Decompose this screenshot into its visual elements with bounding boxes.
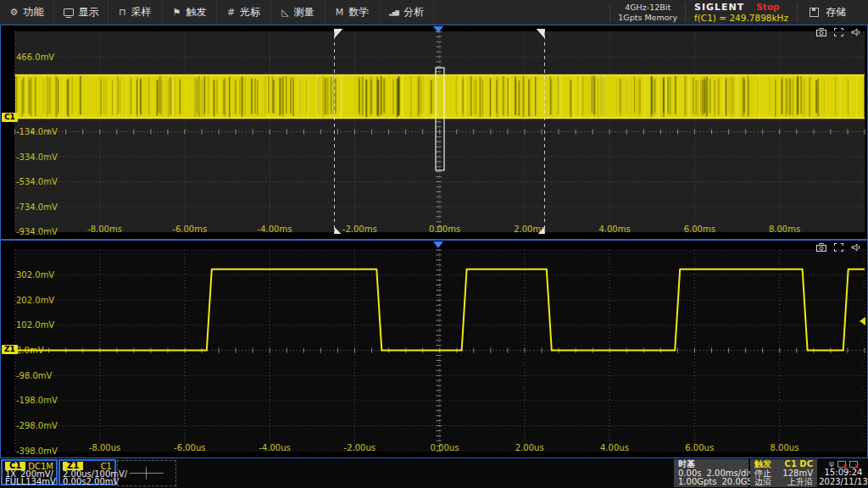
connectivity-icons: ψ: [829, 460, 858, 468]
x-axis-label: -2.00ms: [342, 225, 377, 234]
cursor-icon: #: [227, 8, 235, 17]
y-axis-label: -98.0mV: [16, 371, 53, 380]
trigger-source: C1 DC: [785, 460, 813, 469]
trigger-type: 边沿: [754, 478, 771, 486]
y-axis-label: -534.0mV: [16, 177, 58, 186]
trigger-title: 触发: [754, 460, 771, 469]
menu-item-function[interactable]: ⚙功能: [0, 0, 54, 25]
y-axis-label: -198.0mV: [16, 396, 58, 405]
run-state-badge[interactable]: Stop: [756, 2, 779, 13]
zoom-window-toolbar: [816, 243, 860, 252]
x-axis-label: 0.00ms: [429, 225, 460, 234]
x-axis-label: 6.00us: [685, 443, 714, 452]
menu-item-analysis[interactable]: ▂▅▇分析: [380, 0, 434, 25]
expand-icon[interactable]: [834, 28, 843, 36]
usb-icon: ψ: [829, 460, 834, 468]
trigger-position-marker[interactable]: [433, 26, 443, 33]
x-axis-label: -4.00us: [259, 443, 290, 452]
speaker-icon[interactable]: [851, 28, 860, 36]
channel-c1-box[interactable]: C1 DC1M 1X 200mV/ FULL 134mV: [1, 459, 58, 485]
x-axis-label: 2.00us: [515, 443, 544, 452]
y-axis-label: -734.0mV: [16, 202, 58, 212]
x-axis-label: -8.00ms: [87, 225, 122, 234]
c1-ground-marker[interactable]: C1: [2, 113, 18, 122]
plus-icon: [130, 473, 164, 474]
x-axis-label: 6.00ms: [684, 225, 715, 234]
menu-item-cursors[interactable]: #光标: [217, 0, 271, 25]
menu-item-display[interactable]: 显示: [54, 0, 108, 25]
c1-noise-band-trace: [15, 75, 865, 119]
y-axis-label: -934.0mV: [16, 227, 58, 236]
menu-item-trigger[interactable]: ⚑触发: [163, 0, 217, 25]
camera-icon[interactable]: [816, 28, 826, 36]
menu-item-math[interactable]: M数学: [326, 0, 380, 25]
menu-item-measure[interactable]: ◺测量: [271, 0, 326, 25]
x-axis-label: 8.00us: [771, 443, 799, 452]
y-axis-label: -398.0mV: [16, 446, 58, 456]
menu-item-acquire[interactable]: ⊓采样: [108, 0, 163, 25]
disk-icon: [810, 8, 819, 17]
menu-item-label: 数学: [348, 5, 369, 19]
x-axis-label: 0.00us: [431, 443, 459, 452]
x-axis-label: -8.00us: [89, 443, 120, 452]
math-icon: M: [336, 8, 344, 17]
menu-bar: ⚙功能显示⊓采样⚑触发#光标◺测量M数学▂▅▇分析 4GHz-12Bit 1Gp…: [0, 0, 868, 25]
system-info-line1: 4GHz-12Bit: [618, 3, 677, 13]
zoom-grid-canvas: 302.0mV202.0mV102.0mV2.0mV-98.0mV-198.0m…: [1, 241, 865, 456]
lan-disconnected-icon: [849, 461, 858, 468]
timebase-scale: 2.00ms/div: [706, 469, 754, 478]
timebase-points: 1.00Gpts: [678, 478, 717, 486]
camera-icon[interactable]: [816, 243, 826, 252]
trigger-level: 128mV: [782, 469, 813, 478]
zoom-trigger-position-marker[interactable]: [433, 241, 443, 248]
add-channel-placeholder[interactable]: [117, 460, 176, 486]
main-waveform-window[interactable]: 466.0mV-134.0mV-334.0mV-534.0mV-734.0mV-…: [0, 25, 868, 240]
menu-item-label: 功能: [23, 5, 43, 19]
clock-panel[interactable]: ψ 15:09:24 2023/11/13: [819, 459, 868, 487]
frequency-readout: f(C1) = 249.7898kHz: [694, 13, 788, 24]
plus-icon: [146, 467, 147, 480]
timebase-panel[interactable]: 时基 0.00s 2.00ms/div 1.00Gpts 20.0GSa/s: [674, 459, 748, 487]
storage-button[interactable]: 存储: [798, 0, 868, 25]
x-axis-label: -2.00us: [344, 443, 376, 452]
storage-label: 存储: [826, 5, 846, 19]
zoom-waveform-window[interactable]: 302.0mV202.0mV102.0mV2.0mV-98.0mV-198.0m…: [0, 240, 868, 458]
y-axis-label: -298.0mV: [16, 421, 58, 430]
clock-time: 15:09:24: [825, 469, 863, 477]
sample-icon: ⊓: [119, 8, 126, 17]
x-axis-label: 8.00ms: [769, 225, 800, 234]
brand-logo: SIGLENT: [694, 2, 744, 13]
brand-block: SIGLENT Stop f(C1) = 249.7898kHz: [686, 2, 797, 24]
z1-ground-marker[interactable]: Z1: [2, 345, 18, 354]
menu-item-label: 触发: [186, 5, 206, 19]
x-axis-label: 4.00us: [600, 443, 629, 452]
main-window-toolbar: [816, 28, 860, 36]
menu-item-label: 测量: [294, 5, 314, 19]
menu-bar-right: 4GHz-12Bit 1Gpts Memory SIGLENT Stop f(C…: [609, 0, 868, 25]
zoom-z1-box[interactable]: Z1 C1 2.00us/ 100mV/ 0.00s 2.00mV: [58, 459, 116, 485]
y-axis-label: 202.0mV: [16, 296, 54, 305]
monitor-icon: [64, 8, 74, 16]
status-bar: C1 DC1M 1X 200mV/ FULL 134mV Z1 C1 2.00u…: [0, 458, 868, 488]
menu-items: ⚙功能显示⊓采样⚑触发#光标◺测量M数学▂▅▇分析: [0, 0, 434, 25]
measure-icon: ◺: [281, 8, 288, 17]
trigger-slope: 上升沿: [787, 478, 813, 486]
y-axis-label: -334.0mV: [16, 152, 58, 162]
z1-delay: 0.00s: [63, 478, 86, 485]
menu-item-label: 显示: [79, 5, 99, 19]
y-axis-label: 302.0mV: [16, 270, 54, 280]
clock-date: 2023/11/13: [819, 478, 868, 486]
menu-item-label: 光标: [240, 5, 260, 19]
lan-disconnected-icon: [837, 461, 846, 468]
x-axis-label: -4.00ms: [258, 225, 292, 234]
speaker-icon[interactable]: [851, 243, 860, 252]
y-axis-label: 102.0mV: [16, 320, 54, 330]
y-axis-label: -134.0mV: [16, 127, 58, 136]
expand-icon[interactable]: [834, 243, 843, 252]
timebase-delay: 0.00s: [678, 469, 701, 478]
trigger-level-marker[interactable]: [860, 317, 865, 325]
c1-offset: 134mV: [25, 478, 56, 485]
trigger-panel[interactable]: 触发 C1 DC 停止 128mV 边沿 上升沿: [750, 459, 817, 487]
z1-offset: 2.00mV: [86, 478, 119, 485]
system-info: 4GHz-12Bit 1Gpts Memory: [610, 3, 685, 23]
